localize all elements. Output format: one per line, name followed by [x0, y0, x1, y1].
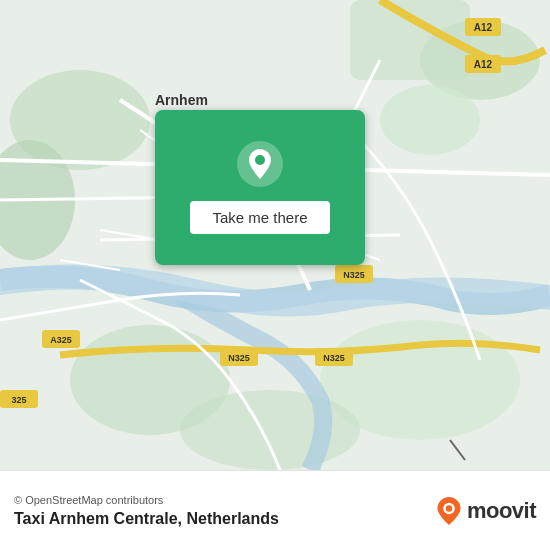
location-card[interactable]: Take me there [155, 110, 365, 265]
map-container: A12 A12 N325 N325 N325 A325 325 [0, 0, 550, 470]
svg-text:N325: N325 [343, 270, 365, 280]
moovit-brand-text: moovit [467, 498, 536, 524]
footer: © OpenStreetMap contributors Taxi Arnhem… [0, 470, 550, 550]
svg-text:A12: A12 [474, 59, 493, 70]
footer-left: © OpenStreetMap contributors Taxi Arnhem… [14, 494, 279, 528]
svg-text:N325: N325 [323, 353, 345, 363]
svg-text:Arnhem: Arnhem [155, 92, 208, 108]
moovit-logo: moovit [435, 497, 536, 525]
take-me-there-button[interactable]: Take me there [190, 201, 329, 234]
moovit-pin-icon [435, 497, 463, 525]
osm-credit: © OpenStreetMap contributors [14, 494, 279, 506]
svg-text:A325: A325 [50, 335, 72, 345]
svg-point-4 [380, 85, 480, 155]
svg-text:N325: N325 [228, 353, 250, 363]
svg-text:325: 325 [11, 395, 26, 405]
location-title: Taxi Arnhem Centrale, Netherlands [14, 510, 279, 528]
svg-point-29 [255, 155, 265, 165]
svg-text:A12: A12 [474, 22, 493, 33]
svg-point-8 [180, 390, 360, 470]
location-pin-icon [237, 141, 283, 187]
svg-point-31 [446, 505, 453, 512]
